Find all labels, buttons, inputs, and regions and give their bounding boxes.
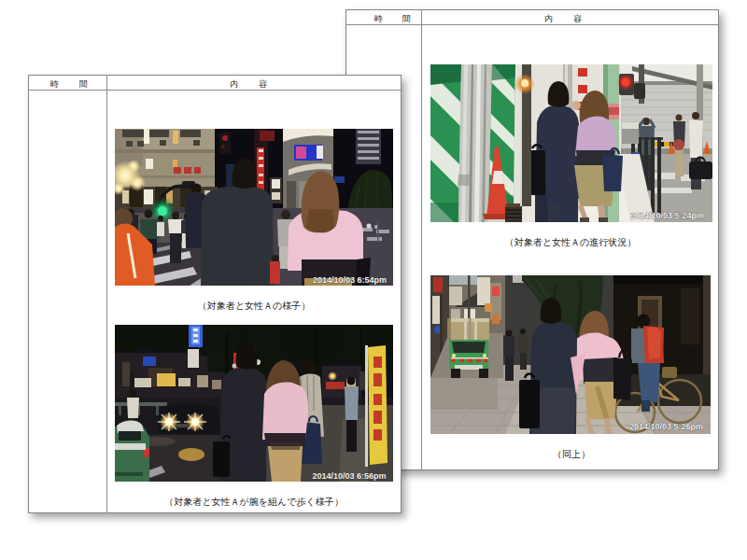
svg-text:2014/10/03 6:56pm: 2014/10/03 6:56pm (312, 471, 386, 481)
svg-text:2014/10/03 6:54pm: 2014/10/03 6:54pm (313, 275, 387, 285)
svg-text:2014/10/03 5:24pm: 2014/10/03 5:24pm (630, 211, 704, 220)
svg-text:2014/10/03 5:26pm: 2014/10/03 5:26pm (629, 422, 703, 431)
